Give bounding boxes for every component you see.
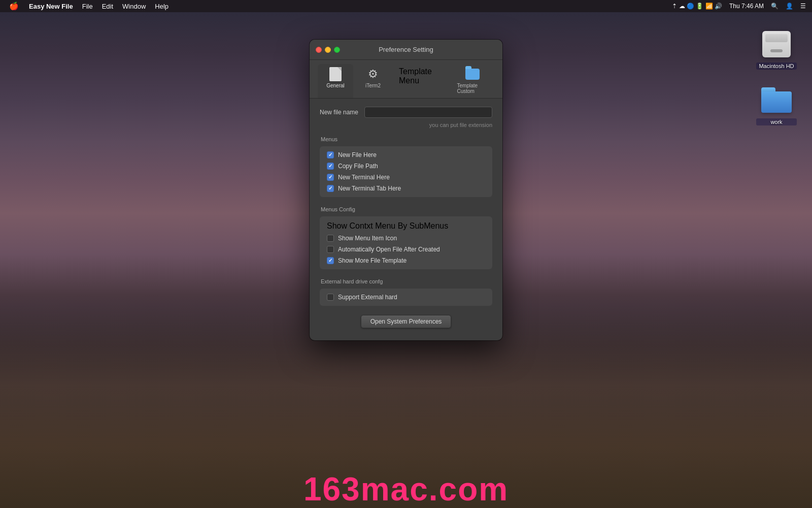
menus-config-section-box: Show Contxt Menu By SubMenus Show Menu I… (320, 216, 492, 269)
folder-body (761, 91, 792, 113)
menus-section-box: New File Here Copy File Path New Termina… (320, 146, 492, 197)
maximize-button[interactable] (334, 47, 340, 53)
template-custom-tab-label: Template Custom (457, 83, 488, 94)
check-row-copy-file-path[interactable]: Copy File Path (327, 163, 485, 170)
label-support-external: Support External hard (338, 294, 397, 301)
file-extension-hint: you can put file extension (320, 122, 492, 128)
work-folder-icon (761, 87, 792, 113)
tab-general[interactable]: General (318, 64, 353, 98)
check-row-auto-open-file[interactable]: Automatically Open File After Created (327, 246, 485, 253)
label-show-more-template: Show More File Template (338, 257, 407, 264)
label-new-terminal-tab: New Terminal Tab Here (338, 185, 401, 192)
work-folder-label: work (756, 118, 797, 125)
checkbox-show-more-template[interactable] (327, 257, 334, 264)
preference-window: Preference Setting General ⚙ iTerm2 Temp… (310, 40, 502, 340)
external-hd-section-box: Support External hard (320, 289, 492, 306)
hd-icon-label: Macintosh HD (756, 62, 797, 70)
apple-menu[interactable]: 🍎 (4, 0, 24, 12)
help-menu[interactable]: Help (151, 0, 173, 12)
menubar-notch-icon[interactable]: ☰ (798, 3, 808, 10)
tab-template-custom[interactable]: Template Custom (451, 64, 494, 98)
checkbox-copy-file-path[interactable] (327, 163, 334, 170)
general-tab-icon (328, 67, 343, 81)
desktop-icon-macintosh-hd[interactable]: Macintosh HD (756, 28, 797, 70)
check-row-new-terminal-tab[interactable]: New Terminal Tab Here (327, 185, 485, 192)
titlebar: Preference Setting (310, 40, 502, 60)
check-row-show-menu-icon[interactable]: Show Menu Item Icon (327, 235, 485, 242)
minimize-button[interactable] (325, 47, 331, 53)
menubar-time: Thu 7:46 AM (727, 3, 766, 10)
open-system-prefs-button[interactable]: Open System Preferences (361, 315, 452, 328)
menubar-left: 🍎 Easy New File File Edit Window Help (4, 0, 670, 12)
general-tab-label: General (326, 83, 345, 88)
label-new-terminal-here: New Terminal Here (338, 174, 390, 181)
checkbox-new-terminal-tab[interactable] (327, 185, 334, 192)
template-custom-tab-icon (465, 67, 480, 81)
check-row-new-terminal-here[interactable]: New Terminal Here (327, 174, 485, 181)
window-content: New file name you can put file extension… (310, 99, 502, 340)
work-folder-img (760, 84, 793, 116)
new-file-name-label: New file name (320, 109, 358, 116)
menubar-right: ⇡ ☁ 🔵 🔋 📶 🔊 Thu 7:46 AM 🔍 👤 ☰ (670, 3, 808, 10)
check-row-support-external[interactable]: Support External hard (327, 294, 485, 301)
menus-section: Menus New File Here Copy File Path New T… (320, 136, 492, 197)
external-hd-section-title: External hard drive confg (320, 278, 492, 284)
file-menu[interactable]: File (78, 0, 97, 12)
iterm2-tab-icon: ⚙ (366, 67, 380, 81)
hard-drive-icon (762, 31, 791, 57)
edit-menu[interactable]: Edit (98, 0, 117, 12)
template-custom-folder-icon (465, 69, 480, 80)
menubar-search-icon[interactable]: 🔍 (769, 3, 781, 10)
menus-config-section: Menus Config Show Contxt Menu By SubMenu… (320, 206, 492, 269)
menus-section-title: Menus (320, 136, 492, 142)
checkbox-show-menu-icon[interactable] (327, 235, 334, 242)
check-row-new-file-here[interactable]: New File Here (327, 151, 485, 158)
document-icon (329, 67, 342, 81)
iterm2-tab-label: iTerm2 (365, 83, 381, 88)
menubar: 🍎 Easy New File File Edit Window Help ⇡ … (0, 0, 812, 12)
gear-icon: ⚙ (368, 68, 378, 81)
menubar-icons: ⇡ ☁ 🔵 🔋 📶 🔊 (670, 3, 724, 10)
app-name-menu[interactable]: Easy New File (25, 0, 77, 12)
window-title: Preference Setting (379, 46, 433, 53)
new-file-name-row: New file name (320, 107, 492, 118)
desktop-icon-work[interactable]: work (756, 84, 797, 125)
label-auto-open-file: Automatically Open File After Created (338, 246, 440, 253)
window-menu[interactable]: Window (118, 0, 150, 12)
close-button[interactable] (316, 47, 322, 53)
menus-config-section-title: Menus Config (320, 206, 492, 212)
check-row-show-more-template[interactable]: Show More File Template (327, 257, 485, 264)
traffic-lights (316, 47, 340, 53)
checkbox-new-file-here[interactable] (327, 151, 334, 158)
external-hd-section: External hard drive confg Support Extern… (320, 278, 492, 306)
new-file-name-input[interactable] (364, 107, 492, 118)
check-row-show-context-menu[interactable]: Show Contxt Menu By SubMenus (327, 221, 485, 231)
tab-iterm2[interactable]: ⚙ iTerm2 (355, 64, 391, 98)
menubar-user-icon[interactable]: 👤 (784, 3, 795, 10)
toolbar: General ⚙ iTerm2 Template Menu Template … (310, 60, 502, 99)
hd-icon-img (760, 28, 793, 60)
checkbox-new-terminal-here[interactable] (327, 174, 334, 181)
label-copy-file-path: Copy File Path (338, 163, 378, 170)
tab-template-menu[interactable]: Template Menu (393, 64, 449, 98)
checkbox-auto-open-file[interactable] (327, 246, 334, 253)
checkbox-support-external[interactable] (327, 294, 334, 301)
label-show-menu-icon: Show Menu Item Icon (338, 235, 397, 242)
label-new-file-here: New File Here (338, 151, 377, 158)
